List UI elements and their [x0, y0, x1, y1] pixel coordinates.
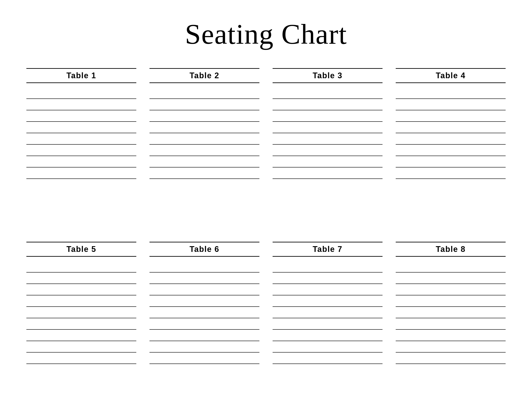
table-header-3: Table 3	[273, 68, 382, 83]
seat-line[interactable]	[26, 110, 136, 122]
seat-line[interactable]	[273, 122, 382, 133]
seat-line[interactable]	[396, 156, 506, 168]
seat-line[interactable]	[396, 318, 506, 330]
table-title-4: Table 4	[396, 70, 506, 82]
seat-line[interactable]	[396, 341, 506, 353]
seat-line[interactable]	[396, 261, 506, 272]
table-header-5: Table 5	[26, 242, 136, 257]
seat-line[interactable]	[26, 261, 136, 272]
seat-line[interactable]	[150, 133, 259, 145]
seat-line[interactable]	[150, 341, 259, 353]
seat-line[interactable]	[396, 87, 506, 99]
table-top-line-6	[150, 242, 259, 243]
seat-line[interactable]	[396, 145, 506, 156]
seat-line[interactable]	[396, 133, 506, 145]
seat-line[interactable]	[273, 295, 382, 307]
seat-line[interactable]	[396, 330, 506, 341]
seat-line[interactable]	[150, 122, 259, 133]
seat-line[interactable]	[150, 110, 259, 122]
seat-line[interactable]	[150, 284, 259, 295]
table-title-2: Table 2	[150, 70, 259, 82]
seat-line[interactable]	[273, 168, 382, 179]
seat-line[interactable]	[26, 168, 136, 179]
seat-line[interactable]	[150, 353, 259, 364]
table-bottom-line-3	[273, 83, 382, 83]
seat-line[interactable]	[273, 145, 382, 156]
table-section-8: Table 8	[396, 242, 506, 398]
seat-line[interactable]	[396, 168, 506, 179]
seat-line[interactable]	[273, 110, 382, 122]
seat-line[interactable]	[396, 99, 506, 110]
table-top-line-3	[273, 68, 382, 69]
seat-line[interactable]	[273, 307, 382, 318]
seat-line[interactable]	[273, 261, 382, 272]
seat-line[interactable]	[273, 272, 382, 284]
table-title-6: Table 6	[150, 243, 259, 255]
seat-line[interactable]	[273, 99, 382, 110]
seat-line[interactable]	[26, 145, 136, 156]
seat-line[interactable]	[396, 110, 506, 122]
seat-line[interactable]	[396, 122, 506, 133]
seat-line[interactable]	[273, 353, 382, 364]
seat-line[interactable]	[26, 99, 136, 110]
seat-line[interactable]	[26, 272, 136, 284]
seat-line[interactable]	[150, 145, 259, 156]
table-title-5: Table 5	[26, 243, 136, 255]
seat-line[interactable]	[150, 99, 259, 110]
seat-line[interactable]	[396, 284, 506, 295]
seat-line[interactable]	[273, 330, 382, 341]
seat-line[interactable]	[150, 330, 259, 341]
seat-line[interactable]	[150, 295, 259, 307]
table-title-7: Table 7	[273, 243, 382, 255]
table-top-line-7	[273, 242, 382, 243]
table-top-line-2	[150, 68, 259, 69]
seat-line[interactable]	[273, 341, 382, 353]
seat-line[interactable]	[26, 122, 136, 133]
seat-line[interactable]	[273, 87, 382, 99]
seat-line[interactable]	[150, 156, 259, 168]
seat-lines-7	[273, 261, 382, 364]
table-top-line-1	[26, 68, 136, 69]
seat-line[interactable]	[396, 295, 506, 307]
seat-line[interactable]	[26, 330, 136, 341]
seat-line[interactable]	[150, 272, 259, 284]
table-top-line-4	[396, 68, 506, 69]
table-title-3: Table 3	[273, 70, 382, 82]
seat-line[interactable]	[150, 307, 259, 318]
seat-lines-2	[150, 87, 259, 179]
table-top-line-8	[396, 242, 506, 243]
seat-line[interactable]	[26, 156, 136, 168]
seat-lines-5	[26, 261, 136, 364]
seat-lines-4	[396, 87, 506, 179]
seat-line[interactable]	[26, 318, 136, 330]
table-bottom-line-5	[26, 256, 136, 257]
seat-line[interactable]	[150, 318, 259, 330]
table-header-1: Table 1	[26, 68, 136, 83]
seat-line[interactable]	[26, 341, 136, 353]
seat-line[interactable]	[26, 307, 136, 318]
page-title: Seating Chart	[185, 18, 347, 51]
table-section-7: Table 7	[273, 242, 382, 398]
seat-line[interactable]	[26, 353, 136, 364]
seat-line[interactable]	[150, 261, 259, 272]
seat-line[interactable]	[396, 272, 506, 284]
seat-line[interactable]	[26, 87, 136, 99]
seat-line[interactable]	[26, 295, 136, 307]
table-bottom-line-2	[150, 83, 259, 83]
seat-line[interactable]	[150, 87, 259, 99]
seat-line[interactable]	[26, 284, 136, 295]
seat-line[interactable]	[150, 168, 259, 179]
table-header-4: Table 4	[396, 68, 506, 83]
seat-line[interactable]	[26, 133, 136, 145]
seat-line[interactable]	[273, 318, 382, 330]
seat-line[interactable]	[273, 156, 382, 168]
table-section-2: Table 2	[150, 68, 259, 224]
seat-line[interactable]	[273, 133, 382, 145]
seat-line[interactable]	[396, 307, 506, 318]
table-header-7: Table 7	[273, 242, 382, 257]
table-bottom-line-7	[273, 256, 382, 257]
seat-line[interactable]	[396, 353, 506, 364]
table-header-6: Table 6	[150, 242, 259, 257]
seat-line[interactable]	[273, 284, 382, 295]
seat-lines-8	[396, 261, 506, 364]
